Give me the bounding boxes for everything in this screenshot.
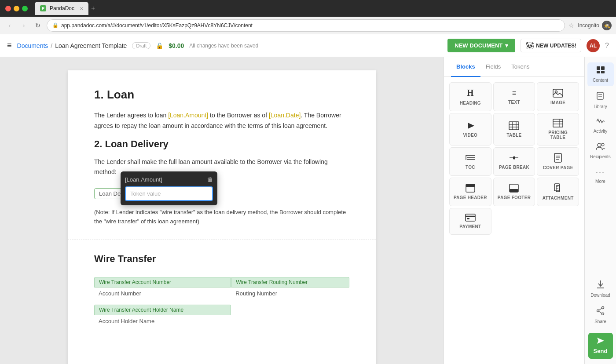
minimize-window-button[interactable]	[14, 6, 19, 11]
table-row: Wire Transfer Account Number Account Num…	[94, 275, 349, 303]
tab-tokens[interactable]: Tokens	[506, 57, 535, 77]
new-document-button[interactable]: NEW DOCUMENT ▾	[447, 39, 515, 52]
svg-rect-39	[597, 92, 603, 99]
tab-blocks[interactable]: Blocks	[451, 57, 480, 77]
help-button[interactable]: ?	[605, 42, 609, 50]
send-button[interactable]: Send	[588, 333, 613, 359]
sidebar-item-library[interactable]: Library	[587, 88, 614, 113]
main-layout: 1. Loan The Lender agrees to loan [Loan.…	[0, 57, 616, 364]
bookmark-button[interactable]: ☆	[568, 22, 574, 29]
sidebar-item-download[interactable]: Download	[587, 277, 614, 301]
text-icon: ≡	[512, 89, 516, 97]
browser-tab-pandadoc[interactable]: P PandaDoc ✕	[35, 2, 88, 15]
sidebar-item-more[interactable]: ··· More	[587, 164, 614, 187]
block-attachment[interactable]: ATTACHMENT	[537, 178, 579, 206]
wire-routing-number-value[interactable]: Routing Number	[231, 288, 349, 301]
token-value-input[interactable]	[125, 186, 213, 201]
block-pricing-table[interactable]: PRICING TABLE	[537, 113, 579, 146]
sidebar-item-share[interactable]: Share	[587, 303, 614, 328]
svg-point-42	[598, 143, 601, 147]
far-sidebar: Content Library Activity	[584, 57, 616, 364]
section2-heading: 2. Loan Delivery	[94, 138, 349, 150]
right-panel: Blocks Fields Tokens H HEADING ≡ TEXT	[444, 57, 584, 364]
forward-button[interactable]: ›	[18, 20, 29, 31]
breadcrumb-separator: /	[51, 42, 52, 49]
lock-badge: 🔒	[156, 42, 163, 49]
close-window-button[interactable]	[5, 6, 11, 11]
tab-bar: P PandaDoc ✕ +	[35, 2, 611, 15]
send-icon	[597, 337, 605, 346]
sidebar-item-content[interactable]: Content	[587, 62, 614, 86]
svg-rect-38	[601, 71, 605, 73]
svg-rect-8	[553, 119, 563, 127]
block-toc[interactable]: TOC	[449, 147, 491, 176]
section1-paragraph: The Lender agrees to loan [Loan.Amount] …	[94, 110, 349, 131]
token-popup-delete-button[interactable]: 🗑	[207, 176, 213, 183]
block-page-footer-label: PAGE FOOTER	[498, 195, 531, 200]
updates-button[interactable]: 🐼 NEW UPDATES!	[521, 39, 581, 52]
sidebar-item-activity[interactable]: Activity	[587, 114, 614, 137]
block-heading[interactable]: H HEADING	[449, 82, 491, 111]
wire-account-holder-value[interactable]: Account Holder Name	[94, 316, 231, 329]
svg-point-47	[601, 313, 604, 315]
document-title[interactable]: Loan Agreement Template	[55, 42, 127, 49]
pricing-table-icon	[553, 119, 563, 127]
block-page-break-label: PAGE BREAK	[499, 165, 529, 170]
dropdown-arrow-icon: ▾	[505, 42, 508, 49]
wire-transfer-heading: Wire Transfer	[94, 253, 349, 265]
wire-account-number-value[interactable]: Account Number	[94, 288, 231, 301]
block-payment[interactable]: PAYMENT	[449, 208, 491, 235]
status-badge: Draft	[132, 42, 150, 49]
panel-content: H HEADING ≡ TEXT IMAGE	[444, 77, 584, 364]
svg-rect-36	[601, 66, 605, 70]
attachment-icon	[553, 183, 563, 193]
wire-transfer-table: Wire Transfer Account Number Account Num…	[94, 275, 349, 331]
document-page: 1. Loan The Lender agrees to loan [Loan.…	[68, 70, 376, 364]
sidebar-item-recipients[interactable]: Recipients	[587, 139, 614, 163]
back-button[interactable]: ‹	[4, 20, 15, 31]
block-table[interactable]: TABLE	[493, 113, 535, 146]
svg-marker-2	[468, 123, 474, 129]
wire-account-holder-label: Wire Transfer Account Holder Name	[94, 305, 231, 315]
block-pricing-table-label: PRICING TABLE	[541, 130, 575, 140]
price-display: $0.00	[169, 42, 184, 49]
reload-button[interactable]: ↻	[33, 20, 43, 31]
block-page-footer[interactable]: PAGE FOOTER	[493, 178, 535, 206]
block-video[interactable]: VIDEO	[449, 113, 491, 146]
token-popup-header: [Loan.Amount] 🗑	[125, 176, 213, 183]
breadcrumb: Documents / Loan Agreement Template	[17, 42, 127, 49]
block-page-header[interactable]: PAGE HEADER	[449, 178, 491, 206]
maximize-window-button[interactable]	[22, 6, 28, 11]
block-text-label: TEXT	[508, 100, 520, 105]
pandadoc-favicon: P	[40, 5, 46, 11]
block-toc-label: TOC	[466, 165, 475, 170]
block-cover-page[interactable]: COVER PAGE	[537, 147, 579, 176]
user-avatar[interactable]: AL	[587, 39, 600, 52]
wire-transfer-section: Wire Transfer Wire Transfer Account Numb…	[94, 253, 349, 331]
image-icon	[553, 89, 563, 98]
loan-amount-token[interactable]: [Loan.Amount]	[168, 112, 208, 119]
titlebar: P PandaDoc ✕ +	[0, 0, 616, 17]
url-text: app.pandadoc.com/a/#/document/v1/editor/…	[61, 22, 559, 29]
new-tab-button[interactable]: +	[91, 4, 95, 12]
address-box[interactable]: 🔒 app.pandadoc.com/a/#/document/v1/edito…	[47, 19, 565, 32]
loan-date-token[interactable]: [Loan.Date]	[269, 112, 301, 119]
tab-fields[interactable]: Fields	[480, 57, 506, 77]
sidebar-library-label: Library	[594, 104, 607, 109]
cover-page-icon	[554, 153, 562, 163]
tab-close-button[interactable]: ✕	[80, 6, 83, 11]
page-header-icon	[466, 184, 475, 193]
block-image[interactable]: IMAGE	[537, 82, 579, 111]
breadcrumb-documents[interactable]: Documents	[17, 42, 48, 49]
payment-icon	[465, 214, 476, 222]
block-text[interactable]: ≡ TEXT	[493, 82, 535, 111]
token-popup: [Loan.Amount] 🗑	[121, 171, 217, 205]
svg-rect-28	[554, 184, 560, 191]
wire-account-holder-cell: Wire Transfer Account Holder Name Accoun…	[94, 303, 231, 331]
share-icon	[597, 306, 605, 317]
svg-point-48	[597, 310, 599, 312]
svg-point-46	[601, 307, 604, 309]
address-bar: ‹ › ↻ 🔒 app.pandadoc.com/a/#/document/v1…	[0, 17, 616, 34]
block-page-break[interactable]: PAGE BREAK	[493, 147, 535, 176]
hamburger-menu-button[interactable]: ≡	[7, 41, 12, 50]
